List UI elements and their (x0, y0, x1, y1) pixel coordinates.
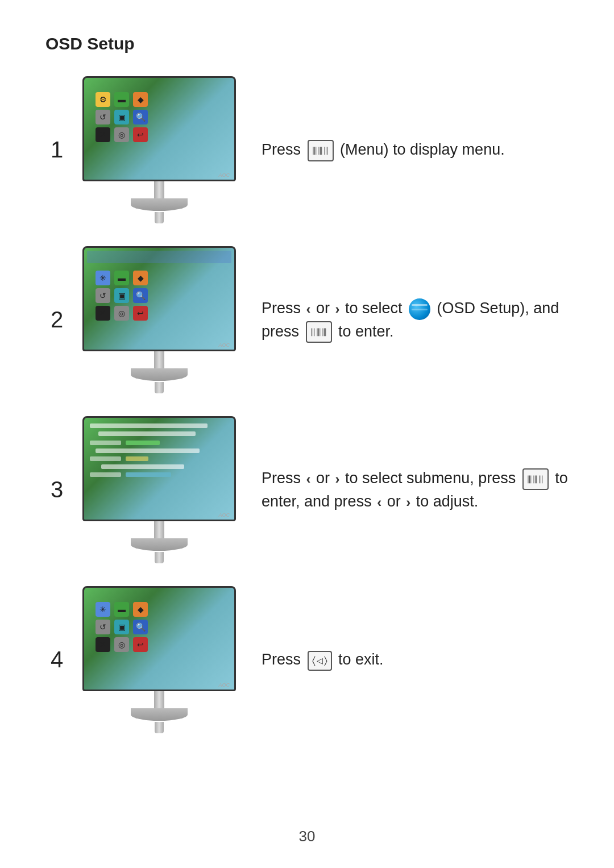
arrow-right-3b: › (406, 492, 410, 513)
submenu-line-2 (98, 431, 196, 436)
osd-icon-4-8: ◎ (114, 637, 129, 652)
osd-icon-1: ⚙ (96, 92, 110, 107)
osd-icon-2-9: ↩ (133, 306, 148, 321)
monitor-arm-3 (155, 552, 164, 563)
osd-icon-2-1: ✳ (96, 271, 110, 285)
osd-menu-2: ✳ ▬ ◆ ↺ ▣ 🔍 ✕ ◎ ↩ (96, 271, 149, 321)
osd-icon-4-7: ✕ (96, 637, 110, 652)
menu-btn-3: ⫴⫴⫴ (522, 468, 549, 490)
osd-icon-9: ↩ (133, 127, 148, 142)
step-1-left: 1 ⚙ ▬ ◆ ↺ ▣ 🔍 ✕ ◎ (45, 76, 239, 223)
submenu-label-line (90, 441, 121, 445)
monitor-frame-3: AOC (82, 416, 236, 521)
submenu-line-3 (96, 448, 200, 453)
aoc-label-2: AOC (218, 342, 230, 348)
arrow-right-3a: › (335, 469, 340, 489)
osd-icon-2: ▬ (114, 92, 129, 107)
monitor-frame-2: ✳ ▬ ◆ ↺ ▣ 🔍 ✕ ◎ ↩ AOC (82, 246, 236, 351)
step-3-desc: Press ‹ or › to select submenu, press ⫴⫴… (262, 467, 569, 513)
monitor-frame-1: ⚙ ▬ ◆ ↺ ▣ 🔍 ✕ ◎ ↩ AOC (82, 76, 236, 181)
submenu-lines (87, 421, 231, 517)
osd-icon-8: ◎ (114, 127, 129, 142)
monitor-screen-2: ✳ ▬ ◆ ↺ ▣ 🔍 ✕ ◎ ↩ AOC (84, 248, 234, 350)
osd-icon-5: ▣ (114, 110, 129, 124)
submenu-line-4 (101, 464, 184, 469)
aoc-label-3: AOC (218, 512, 230, 518)
monitor-base-1 (131, 198, 188, 211)
osd-icon-4-3: ◆ (133, 602, 148, 617)
step-3-left: 3 (45, 416, 239, 563)
monitor-neck-4 (154, 691, 164, 708)
osd-icon-2-7: ✕ (96, 306, 110, 321)
monitor-neck-3 (154, 521, 164, 538)
aoc-label-1: AOC (218, 172, 230, 178)
submenu-value-bar-2 (126, 456, 148, 461)
page-number: 30 (299, 828, 316, 845)
step-1-row: 1 ⚙ ▬ ◆ ↺ ▣ 🔍 ✕ ◎ (45, 76, 569, 223)
osd-icon-2-2: ▬ (114, 271, 129, 285)
menu-btn-1: ⫴⫴⫴ (308, 140, 334, 161)
arrow-left-2a: ‹ (306, 299, 311, 319)
monitor-screen-4: ✳ ▬ ◆ ↺ ▣ 🔍 ✕ ◎ ↩ AOC (84, 588, 234, 690)
osd-icon-4: ↺ (96, 110, 110, 124)
osd-icon-4-4: ↺ (96, 620, 110, 634)
osd-icon-4-2: ▬ (114, 602, 129, 617)
step-2-number: 2 (45, 307, 68, 333)
step-3-monitor: AOC (80, 416, 239, 563)
osd-icon-4-6: 🔍 (133, 620, 148, 634)
monitor-neck-2 (154, 351, 164, 368)
osd-icon-2-3: ◆ (133, 271, 148, 285)
steps-container: 1 ⚙ ▬ ◆ ↺ ▣ 🔍 ✕ ◎ (45, 76, 569, 739)
osd-menu-4: ✳ ▬ ◆ ↺ ▣ 🔍 ✕ ◎ ↩ (96, 602, 149, 652)
step-1-desc: Press ⫴⫴⫴ (Menu) to display menu. (262, 138, 569, 161)
osd-icon-3: ◆ (133, 92, 148, 107)
monitor-arm-4 (155, 722, 164, 733)
arrow-left-3b: ‹ (377, 492, 381, 513)
submenu-value-bar (126, 441, 160, 445)
submenu-label-line-2 (90, 456, 121, 461)
monitor-arm-2 (155, 382, 164, 393)
step-4-row: 4 ✳ ▬ ◆ ↺ ▣ 🔍 ✕ ◎ (45, 586, 569, 733)
step-3-row: 3 (45, 416, 569, 563)
osd-icon-6: 🔍 (133, 110, 148, 124)
arrow-left-3a: ‹ (306, 469, 311, 489)
monitor-base-4 (131, 708, 188, 721)
submenu-line-1 (90, 423, 208, 428)
osd-icon-7: ✕ (96, 127, 110, 142)
step-2-monitor: ✳ ▬ ◆ ↺ ▣ 🔍 ✕ ◎ ↩ AOC (80, 246, 239, 393)
step-4-monitor: ✳ ▬ ◆ ↺ ▣ 🔍 ✕ ◎ ↩ AOC (80, 586, 239, 733)
osd-globe-icon (409, 298, 430, 320)
submenu-value-bar-3 (126, 472, 171, 477)
osd-icon-2-5: ▣ (114, 288, 129, 303)
step-4-number: 4 (45, 647, 68, 672)
aoc-label-4: AOC (218, 682, 230, 688)
step-4-desc: Press 〈◁〉 to exit. (262, 648, 569, 671)
osd-highlight-2 (87, 251, 231, 263)
step-1-monitor: ⚙ ▬ ◆ ↺ ▣ 🔍 ✕ ◎ ↩ AOC (80, 76, 239, 223)
osd-icon-4-1: ✳ (96, 602, 110, 617)
page-title: OSD Setup (45, 34, 569, 53)
menu-btn-2: ⫴⫴⫴ (306, 321, 332, 343)
osd-icon-2-6: 🔍 (133, 288, 148, 303)
osd-icon-4-9: ↩ (133, 637, 148, 652)
exit-icon-right: 〉 (324, 653, 327, 668)
step-2-row: 2 ✳ ▬ ◆ ↺ ▣ 🔍 ✕ (45, 246, 569, 393)
monitor-arm-1 (155, 212, 164, 223)
monitor-base-2 (131, 368, 188, 381)
step-4-left: 4 ✳ ▬ ◆ ↺ ▣ 🔍 ✕ ◎ (45, 586, 239, 733)
step-1-number: 1 (45, 137, 68, 163)
exit-icon-left: 〈 (312, 653, 316, 668)
monitor-base-3 (131, 538, 188, 551)
monitor-frame-4: ✳ ▬ ◆ ↺ ▣ 🔍 ✕ ◎ ↩ AOC (82, 586, 236, 691)
osd-icon-2-4: ↺ (96, 288, 110, 303)
step-2-left: 2 ✳ ▬ ◆ ↺ ▣ 🔍 ✕ (45, 246, 239, 393)
page-container: OSD Setup 1 ⚙ ▬ ◆ ↺ ▣ 🔍 (0, 0, 614, 773)
arrow-right-2a: › (335, 299, 340, 319)
monitor-neck-1 (154, 181, 164, 198)
osd-icon-2-8: ◎ (114, 306, 129, 321)
monitor-screen-1: ⚙ ▬ ◆ ↺ ▣ 🔍 ✕ ◎ ↩ AOC (84, 78, 234, 180)
monitor-screen-3: AOC (84, 418, 234, 520)
step-2-desc: Press ‹ or › to select (OSD Setup), and … (262, 297, 569, 343)
osd-menu-1: ⚙ ▬ ◆ ↺ ▣ 🔍 ✕ ◎ ↩ (96, 92, 149, 142)
exit-btn: 〈◁〉 (308, 651, 332, 671)
